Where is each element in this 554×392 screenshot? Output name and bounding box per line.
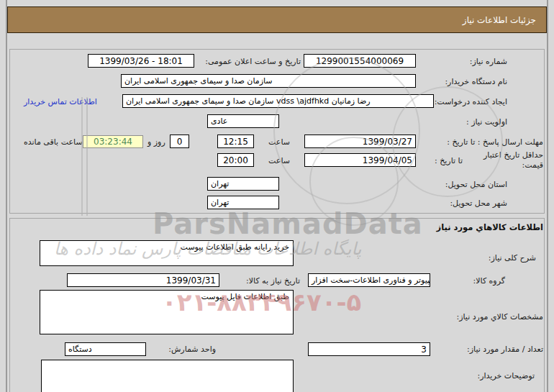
buyer-contact-link[interactable]: اطلاعات تماس خریدار [24, 97, 97, 106]
delivery-city-field[interactable]: تهران [207, 196, 279, 209]
announce-datetime-label: تاریخ و ساعت اعلان عمومی: [205, 57, 301, 66]
need-description-textarea[interactable]: خرید رایانه طبق اطلاعات پیوست [40, 240, 294, 266]
validity-hour-label: ساعت [268, 156, 290, 165]
goods-spec-textarea[interactable]: طبق اطلاعات فایل پیوست [40, 290, 294, 334]
response-deadline-label: مهلت ارسال پاسخ : تا تاریخ : [447, 137, 543, 147]
request-creator-field[interactable]: رضا زمانیان vdss \ajdfhkd سازمان صدا و س… [122, 94, 434, 108]
price-validity-label: حداقل تاریخ اعتبار قیمت: [471, 150, 543, 170]
goods-need-date-label: تاریخ نیاز به کالا: [246, 276, 300, 286]
time-remaining-countdown: 03:23:44 [83, 135, 143, 148]
quantity-label: تعداد / مقدار مورد نیاز: [467, 345, 543, 354]
days-and-label: روز و [147, 137, 165, 147]
goods-group-label: گروه کالا: [473, 276, 505, 286]
need-description-label: شرح کلی نیاز: [489, 253, 536, 263]
delivery-province-label: استان محل تحویل: [445, 180, 507, 189]
window-right-border [547, 0, 548, 392]
hours-remaining-label: ساعت باقی مانده [24, 137, 83, 147]
goods-spec-label: مشخصات کالاي مورد نیاز: [456, 312, 543, 322]
page-title: جزئیات اطلاعات نیاز [463, 15, 536, 25]
priority-field[interactable]: عادی [207, 114, 279, 128]
remaining-days-field[interactable]: 0 [170, 135, 189, 148]
validity-time-field[interactable]: 20:00 [217, 153, 254, 167]
deadline-hour-label: ساعت [268, 137, 290, 147]
validity-date-field[interactable]: 1399/04/05 [304, 153, 416, 167]
titlebar: جزئیات اطلاعات نیاز [7, 6, 547, 33]
deadline-time-field[interactable]: 12:15 [217, 135, 254, 148]
request-creator-label: ایجاد کننده درخواست: [435, 97, 507, 106]
buyer-notes-textarea[interactable] [41, 360, 294, 392]
window-left-border [6, 0, 7, 392]
buyer-notes-label: توضیحات خریدار: [478, 371, 535, 380]
unit-label: واحد شمارش: [168, 345, 216, 354]
delivery-city-label: شهر محل تحویل: [450, 199, 507, 208]
goods-group-field[interactable]: کامپیوتر و فناوری اطلاعات-سخت افزار [308, 273, 430, 287]
priority-label: اولویت نیاز : [466, 117, 507, 127]
need-details-window: جزئیات اطلاعات نیاز شماره نیاز: 12990015… [0, 0, 554, 392]
unit-field[interactable]: دستگاه [65, 342, 146, 356]
announce-datetime-field[interactable]: 1399/03/26 - 18:01 [88, 54, 194, 68]
deadline-date-field[interactable]: 1399/03/27 [304, 135, 416, 148]
buyer-org-field[interactable]: سازمان صدا و سیمای جمهوری اسلامی ایران [121, 74, 416, 88]
need-number-label: شماره نیاز: [470, 57, 507, 66]
buyer-org-label: نام دستگاه خریدار: [445, 77, 507, 86]
delivery-province-field[interactable]: تهران [207, 177, 279, 191]
need-number-field[interactable]: 1299001554000069 [304, 54, 416, 68]
quantity-field[interactable]: 3 [308, 342, 430, 356]
goods-need-date-field[interactable]: 1399/03/31 [67, 273, 219, 287]
until-date-label: تا تاریخ : [435, 156, 463, 165]
goods-section-title: اطلاعات کالاهاي مورد نیاز [437, 222, 543, 232]
